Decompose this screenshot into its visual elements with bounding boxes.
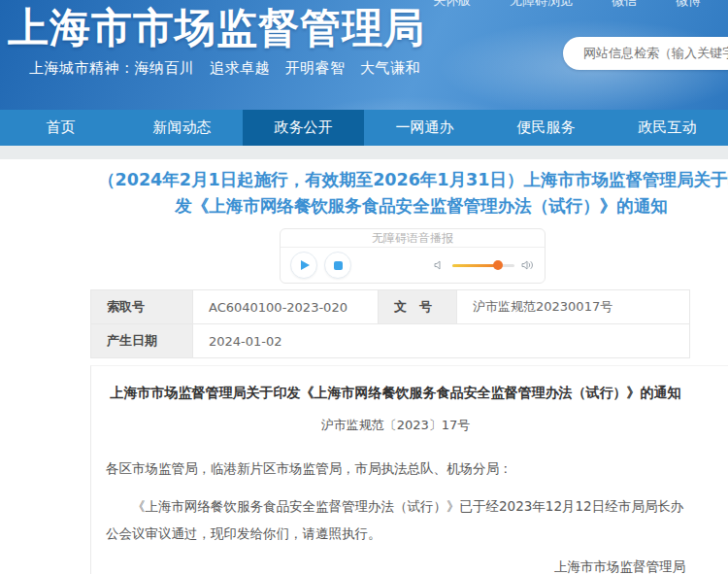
document-content-box: 上海市市场监督管理局关于印发《上海市网络餐饮服务食品安全监督管理办法（试行）》的…	[90, 365, 728, 574]
nav-item-one-stop[interactable]: 一网通办	[364, 110, 485, 146]
nav-item-public-service[interactable]: 便民服务	[485, 110, 607, 146]
nav-item-home[interactable]: 首页	[0, 110, 121, 146]
volume-low-icon	[434, 259, 446, 271]
nav-item-interaction[interactable]: 政民互动	[607, 110, 728, 146]
play-icon	[301, 260, 310, 270]
document-body-paragraph: 《上海市网络餐饮服务食品安全监督管理办法（试行）》已于经2023年12月12日经…	[106, 492, 685, 547]
volume-knob[interactable]	[493, 260, 503, 270]
topbar-link-barrier-free[interactable]: 无障碍浏览	[510, 0, 573, 10]
topbar-links: 关怀版 无障碍浏览 微信 微博	[433, 0, 701, 10]
document-number: 沪市监规范〔2023〕17号	[106, 417, 685, 434]
table-row: 索取号 AC6040100-2023-020 文 号 沪市监规范20230017…	[91, 290, 690, 324]
document-salutation: 各区市场监管局，临港新片区市场监管局，市局执法总队、机场分局：	[106, 456, 685, 481]
stop-button[interactable]	[324, 252, 351, 279]
issue-date-value: 2024-01-02	[193, 324, 690, 358]
header-divider-strip	[0, 146, 728, 159]
doc-number-value: 沪市监规范20230017号	[457, 290, 690, 324]
main-nav: 首页 新闻动态 政务公开 一网通办 便民服务 政民互动	[0, 110, 728, 146]
site-header: 关怀版 无障碍浏览 微信 微博 上海市市场监督管理局 上海城市精神：海纳百川 追…	[0, 0, 728, 110]
document-signer: 上海市市场监督管理局	[106, 558, 685, 574]
volume-control	[434, 259, 535, 271]
table-row: 产生日期 2024-01-02	[91, 324, 690, 358]
city-spirit-slogan: 上海城市精神：海纳百川 追求卓越 开明睿智 大气谦和	[29, 59, 420, 78]
accessibility-audio-player: 无障碍语音播报	[280, 228, 546, 284]
index-number-value: AC6040100-2023-020	[193, 290, 379, 324]
doc-number-label: 文 号	[379, 290, 457, 324]
play-button[interactable]	[290, 252, 317, 279]
search-input[interactable]	[583, 37, 728, 68]
issue-date-label: 产生日期	[91, 324, 193, 358]
document-title: 上海市市场监督管理局关于印发《上海市网络餐饮服务食品安全监督管理办法（试行）》的…	[106, 382, 685, 403]
volume-slider[interactable]	[452, 264, 514, 267]
article-area: （2024年2月1日起施行，有效期至2026年1月31日）上海市市场监督管理局关…	[0, 167, 728, 574]
topbar-link-wechat[interactable]: 微信	[612, 0, 637, 10]
site-title[interactable]: 上海市市场监督管理局	[8, 1, 425, 55]
topbar-link-weibo[interactable]: 微博	[676, 0, 701, 10]
page-title: （2024年2月1日起施行，有效期至2026年1月31日）上海市市场监督管理局关…	[93, 167, 728, 219]
volume-high-icon	[521, 259, 535, 271]
audio-player-label: 无障碍语音播报	[281, 229, 545, 248]
nav-item-news[interactable]: 新闻动态	[121, 110, 243, 146]
audio-player-controls	[281, 248, 545, 283]
topbar-link-accessible-mode[interactable]: 关怀版	[433, 0, 471, 10]
document-info-table: 索取号 AC6040100-2023-020 文 号 沪市监规范20230017…	[90, 289, 690, 358]
volume-fill	[452, 264, 498, 267]
index-number-label: 索取号	[91, 290, 193, 324]
site-search-box[interactable]	[563, 37, 728, 70]
nav-item-gov-info[interactable]: 政务公开	[243, 110, 364, 146]
stop-icon	[334, 261, 343, 270]
